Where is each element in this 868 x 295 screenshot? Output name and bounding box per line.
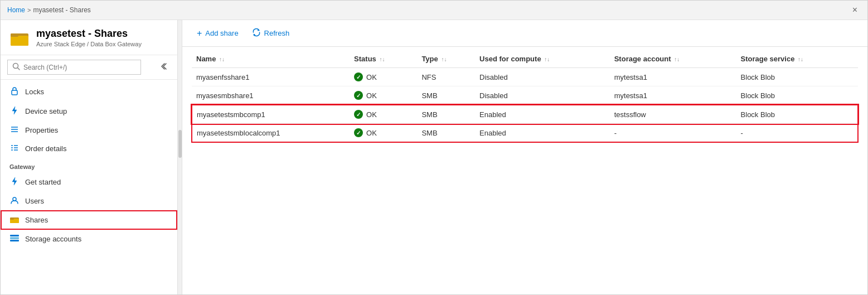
col-name[interactable]: Name ↑↓ [192, 49, 350, 68]
top-bar: Home > myasetest - Shares × [1, 1, 867, 20]
sidebar-item-storage-accounts[interactable]: Storage accounts [1, 230, 177, 248]
sidebar-item-order-details[interactable]: Order details [1, 139, 177, 158]
resource-folder-icon [9, 28, 30, 48]
order-details-label: Order details [25, 144, 66, 153]
ok-icon-3 [354, 110, 363, 119]
svg-rect-1 [11, 36, 28, 46]
lightning-icon [9, 106, 20, 117]
cell-storage-service-3: Block Blob [736, 105, 858, 124]
sidebar-item-locks[interactable]: Locks [1, 82, 177, 101]
properties-icon [9, 125, 20, 135]
cell-status-2: OK [350, 86, 417, 105]
ok-icon-2 [354, 91, 363, 100]
cell-compute-1: Disabled [475, 68, 610, 86]
users-icon [9, 196, 20, 206]
lock-icon [9, 86, 20, 97]
table-row[interactable]: myasesmbshare1 OK SMB Disabled mytestsa1… [192, 86, 858, 105]
table-body: myasenfsshare1 OK NFS Disabled mytestsa1… [192, 68, 858, 143]
cell-storage-service-1: Block Blob [736, 68, 858, 86]
sidebar-scrollbar[interactable] [178, 20, 182, 294]
col-compute[interactable]: Used for compute ↑↓ [475, 49, 610, 68]
svg-rect-18 [10, 217, 14, 220]
cell-type-4: SMB [417, 124, 475, 143]
sidebar-item-shares[interactable]: Shares [1, 210, 177, 230]
cell-compute-4: Enabled [475, 124, 610, 143]
cell-name-4: myasetestsmblocalcomp1 [192, 124, 350, 143]
sidebar-item-device-setup[interactable]: Device setup [1, 101, 177, 121]
search-icon [12, 62, 20, 72]
cell-storage-account-3: testssflow [610, 105, 736, 124]
col-storage-service[interactable]: Storage service ↑↓ [736, 49, 858, 68]
sidebar-item-get-started[interactable]: Get started [1, 172, 177, 192]
cell-type-2: SMB [417, 86, 475, 105]
cell-status-3: OK [350, 105, 417, 124]
device-setup-label: Device setup [25, 107, 67, 115]
main-area: myasetest - Shares Azure Stack Edge / Da… [1, 20, 867, 294]
col-storage-account[interactable]: Storage account ↑↓ [610, 49, 736, 68]
order-icon [9, 144, 20, 153]
content-pane: + Add share Refresh [182, 20, 867, 294]
breadcrumb: Home > myasetest - Shares [7, 6, 91, 14]
sidebar-item-properties[interactable]: Properties [1, 121, 177, 139]
cell-type-1: NFS [417, 68, 475, 86]
locks-label: Locks [25, 88, 44, 96]
cell-storage-account-4: - [610, 124, 736, 143]
resource-info: myasetest - Shares Azure Stack Edge / Da… [36, 28, 142, 47]
breadcrumb-current: myasetest - Shares [33, 6, 90, 14]
resource-header: myasetest - Shares Azure Stack Edge / Da… [1, 20, 177, 55]
refresh-label: Refresh [264, 29, 290, 37]
cell-status-1: OK [350, 68, 417, 86]
search-bar [1, 55, 177, 80]
cell-name-2: myasesmbshare1 [192, 86, 350, 105]
svg-rect-5 [12, 90, 17, 95]
add-share-button[interactable]: + Add share [191, 25, 244, 42]
refresh-button[interactable]: Refresh [246, 25, 295, 42]
sidebar-item-users[interactable]: Users [1, 192, 177, 210]
add-icon: + [197, 28, 202, 38]
close-button[interactable]: × [849, 4, 861, 16]
table-row-highlighted-3[interactable]: myasetestsmbcomp1 OK SMB Enabled testssf… [192, 105, 858, 124]
cell-name-1: myasenfsshare1 [192, 68, 350, 86]
add-share-label: Add share [205, 29, 238, 37]
cell-name-3: myasetestsmbcomp1 [192, 105, 350, 124]
cell-storage-account-2: mytestsa1 [610, 86, 736, 105]
sort-storage-service-icon: ↑↓ [798, 56, 803, 62]
cell-status-4: OK [350, 124, 417, 143]
cell-compute-3: Enabled [475, 105, 610, 124]
resource-title: myasetest - Shares [36, 28, 142, 40]
search-wrap [7, 60, 141, 75]
table-row-highlighted-4[interactable]: myasetestsmblocalcomp1 OK SMB Enabled - … [192, 124, 858, 143]
table-header-row: Name ↑↓ Status ↑↓ Type ↑↓ [192, 49, 858, 68]
svg-rect-2 [11, 33, 18, 37]
sort-compute-icon: ↑↓ [544, 56, 550, 62]
cell-storage-service-4: - [736, 124, 858, 143]
get-started-label: Get started [25, 178, 61, 186]
sort-storage-account-icon: ↑↓ [674, 56, 680, 62]
sort-status-icon: ↑↓ [379, 56, 385, 62]
scrollbar-thumb [178, 130, 182, 158]
get-started-icon [9, 177, 20, 187]
search-input[interactable] [23, 64, 136, 71]
toolbar: + Add share Refresh [182, 20, 867, 47]
storage-accounts-icon [9, 234, 20, 244]
sort-type-icon: ↑↓ [441, 56, 447, 62]
sort-name-icon: ↑↓ [219, 56, 225, 62]
svg-rect-21 [10, 240, 19, 241]
svg-line-4 [18, 68, 20, 70]
ok-icon-1 [354, 72, 363, 81]
shares-table: Name ↑↓ Status ↑↓ Type ↑↓ [191, 49, 859, 143]
collapse-button[interactable] [156, 61, 171, 74]
col-status[interactable]: Status ↑↓ [350, 49, 417, 68]
shares-label: Shares [25, 216, 48, 224]
breadcrumb-sep: > [27, 7, 31, 13]
gateway-section-label: Gateway [1, 158, 177, 172]
users-label: Users [25, 197, 44, 205]
cell-compute-2: Disabled [475, 86, 610, 105]
svg-rect-20 [10, 238, 19, 239]
breadcrumb-home[interactable]: Home [7, 6, 25, 14]
ok-icon-4 [354, 128, 363, 137]
cell-storage-account-1: mytestsa1 [610, 68, 736, 86]
table-row[interactable]: myasenfsshare1 OK NFS Disabled mytestsa1… [192, 68, 858, 86]
col-type[interactable]: Type ↑↓ [417, 49, 475, 68]
cell-type-3: SMB [417, 105, 475, 124]
